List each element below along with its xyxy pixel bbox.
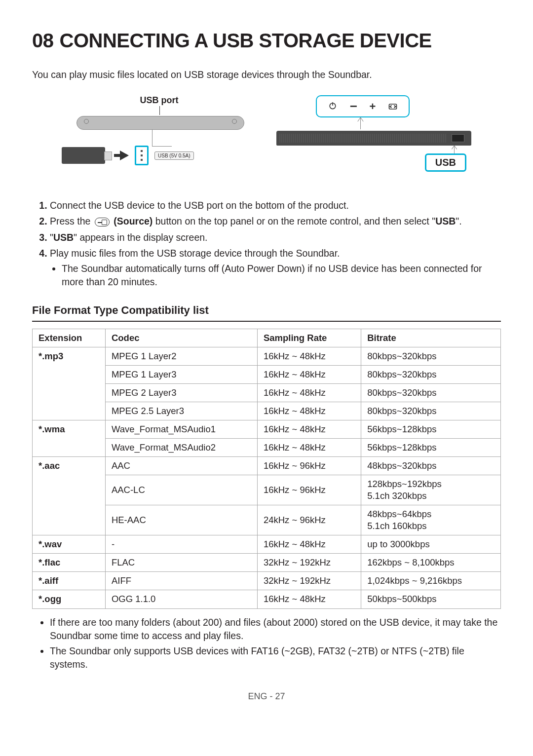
volume-plus-icon: + [369,100,376,113]
cell-extension: *.wma [33,420,106,457]
col-codec: Codec [105,329,257,347]
page-title-text: CONNECTING A USB STORAGE DEVICE [60,30,432,51]
cell-rate: 16kHz ~ 48kHz [257,383,361,402]
cell-bitrate: 162kbps ~ 8,100kbps [361,554,501,572]
cell-codec: OGG 1.1.0 [105,590,257,608]
cell-bitrate: 50kbps~500kbps [361,590,501,608]
cell-rate: 16kHz ~ 48kHz [257,402,361,420]
intro-paragraph: You can play music files located on USB … [32,69,501,80]
table-row: *.aacAAC16kHz ~ 96kHz48kbps~320kbps [33,457,501,475]
diagram-row: USB port USB (5V 0.5A) − + USB [32,95,501,182]
page-title-number: 08 [32,30,54,51]
cell-rate: 16kHz ~ 96kHz [257,457,361,475]
cell-rate: 32kHz ~ 192kHz [257,572,361,590]
cell-codec: MPEG 1 Layer3 [105,365,257,383]
cell-rate: 16kHz ~ 48kHz [257,590,361,608]
table-row: *.mp3MPEG 1 Layer216kHz ~ 48kHz80kbps~32… [33,347,501,365]
cell-bitrate: 56kbps~128kbps [361,420,501,439]
usb-port-icon [135,146,149,165]
footnote-2: The Soundbar only supports USB devices w… [50,644,501,672]
cell-rate: 16kHz ~ 48kHz [257,420,361,439]
cell-bitrate: 1,024kbps ~ 9,216kbps [361,572,501,590]
usb-badge-tail-icon [454,146,455,153]
cell-bitrate: 128kbps~192kbps 5.1ch 320kbps [361,475,501,505]
source-icon [95,218,110,227]
cell-rate: 16kHz ~ 48kHz [257,439,361,457]
step-4-sublist: The Soundbar automatically turns off (Au… [50,262,501,289]
step-2: Press the (Source) button on the top pan… [50,215,501,228]
cell-codec: AAC [105,457,257,475]
cell-bitrate: 56kbps~128kbps [361,439,501,457]
cell-codec: MPEG 2.5 Layer3 [105,402,257,420]
table-row: *.wav-16kHz ~ 48kHzup to 3000kbps [33,535,501,554]
page-footer: ENG - 27 [32,691,501,702]
diagram-usb-port: USB port USB (5V 0.5A) [62,95,257,182]
cell-rate: 16kHz ~ 96kHz [257,475,361,505]
usb-display-badge: USB [425,153,466,172]
table-row: *.aiffAIFF32kHz ~ 192kHz1,024kbps ~ 9,21… [33,572,501,590]
cell-bitrate: 48kbps~64kbps 5.1ch 160kbps [361,505,501,535]
cell-codec: HE-AAC [105,505,257,535]
cell-extension: *.flac [33,554,106,572]
cell-codec: Wave_Format_MSAudio1 [105,420,257,439]
cell-bitrate: up to 3000kbps [361,535,501,554]
cell-rate: 24kHz ~ 96kHz [257,505,361,535]
cell-rate: 16kHz ~ 48kHz [257,365,361,383]
cell-extension: *.aiff [33,572,106,590]
step-1: Connect the USB device to the USB port o… [50,199,501,212]
page-title: 08CONNECTING A USB STORAGE DEVICE [32,30,501,52]
usb-spec-label: USB (5V 0.5A) [154,151,194,160]
cell-codec: Wave_Format_MSAudio2 [105,439,257,457]
cell-rate: 16kHz ~ 48kHz [257,535,361,554]
source-icon [388,102,398,112]
step-4: Play music files from the USB storage de… [50,247,501,289]
cell-rate: 16kHz ~ 48kHz [257,347,361,365]
cell-bitrate: 80kbps~320kbps [361,383,501,402]
cell-codec: AIFF [105,572,257,590]
cell-bitrate: 48kbps~320kbps [361,457,501,475]
cell-rate: 32kHz ~ 192kHz [257,554,361,572]
cell-extension: *.wav [33,535,106,554]
col-bitrate: Bitrate [361,329,501,347]
callout-line [152,130,172,147]
cell-codec: - [105,535,257,554]
col-extension: Extension [33,329,106,347]
col-rate: Sampling Rate [257,329,361,347]
cell-extension: *.mp3 [33,347,106,420]
diagram-usb-display: − + USB [276,95,471,182]
usb-stick-icon [62,147,105,164]
footnote-1: If there are too many folders (about 200… [50,616,501,643]
volume-minus-icon: − [350,99,357,114]
step-3: "USB" appears in the display screen. [50,231,501,244]
cell-extension: *.aac [33,457,106,535]
cell-bitrate: 80kbps~320kbps [361,402,501,420]
table-row: *.oggOGG 1.1.016kHz ~ 48kHz50kbps~500kbp… [33,590,501,608]
steps-list: Connect the USB device to the USB port o… [32,199,501,289]
usb-port-label: USB port [140,95,179,106]
arrow-right-icon [120,151,129,160]
cell-bitrate: 80kbps~320kbps [361,365,501,383]
cell-codec: FLAC [105,554,257,572]
table-row: *.wmaWave_Format_MSAudio116kHz ~ 48kHz56… [33,420,501,439]
bubble-tail-icon [360,117,361,129]
cell-codec: MPEG 1 Layer2 [105,347,257,365]
step-4-sub-1: The Soundbar automatically turns off (Au… [62,262,501,289]
table-row: *.flacFLAC32kHz ~ 192kHz162kbps ~ 8,100k… [33,554,501,572]
soundbar-front-view-icon [276,131,471,146]
cell-bitrate: 80kbps~320kbps [361,347,501,365]
footnotes: If there are too many folders (about 200… [32,616,501,672]
compat-table: Extension Codec Sampling Rate Bitrate *.… [32,329,501,609]
power-icon [328,101,338,113]
control-panel-bubble: − + [316,95,410,117]
cell-extension: *.ogg [33,590,106,608]
table-header-row: Extension Codec Sampling Rate Bitrate [33,329,501,347]
compat-heading: File Format Type Compatibility list [32,304,501,322]
cell-codec: MPEG 2 Layer3 [105,383,257,402]
soundbar-top-view-icon [76,116,244,130]
cell-codec: AAC-LC [105,475,257,505]
